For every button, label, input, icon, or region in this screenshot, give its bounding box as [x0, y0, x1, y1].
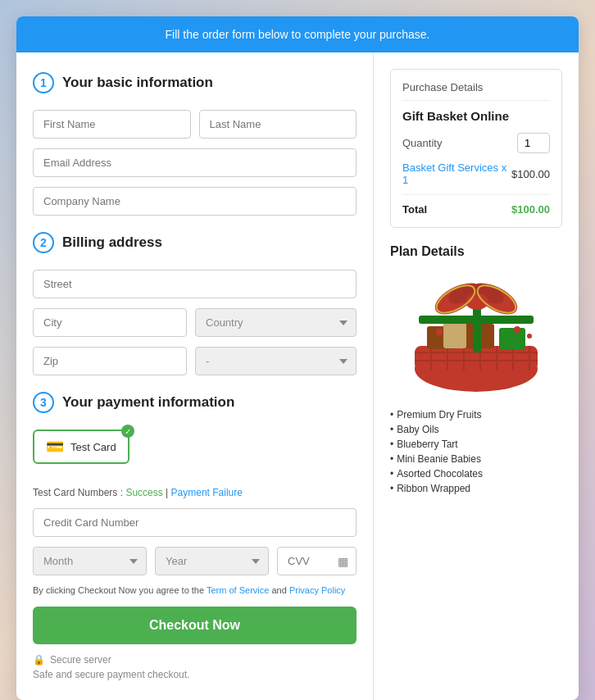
city-country-row: Country: [33, 308, 357, 337]
zip-state-row: -: [33, 347, 357, 375]
selected-check-icon: ✓: [121, 425, 134, 438]
section1-header: 1 Your basic information: [33, 72, 357, 93]
street-input[interactable]: [33, 270, 357, 298]
test-card-info: Test Card Numbers : Success | Payment Fa…: [33, 487, 357, 498]
plan-details-section: Plan Details: [390, 244, 562, 494]
quantity-row: Quantity: [402, 133, 550, 153]
total-label: Total: [402, 203, 427, 216]
svg-point-25: [514, 326, 520, 333]
test-card-method[interactable]: 💳 Test Card ✓: [33, 430, 129, 464]
checkout-button[interactable]: Checkout Now: [33, 607, 357, 644]
company-row: [33, 187, 357, 216]
payment-method-area: 💳 Test Card ✓: [33, 430, 357, 475]
terms-area: By clicking Checkout Now you agree to th…: [33, 585, 357, 595]
year-select[interactable]: Year: [155, 547, 269, 575]
right-panel: Purchase Details Gift Basket Online Quan…: [374, 52, 579, 700]
svg-point-26: [527, 334, 532, 339]
svg-rect-13: [499, 328, 525, 349]
zip-input[interactable]: [33, 347, 187, 375]
cvv-row: Month Year ▦: [33, 547, 357, 575]
terms-prefix: By clicking Checkout Now you agree to th…: [33, 585, 207, 595]
test-card-label: Test Card: [70, 441, 116, 453]
credit-card-row: [33, 508, 357, 537]
secure-note: Safe and secure payment checkout.: [33, 669, 357, 680]
service-row: Basket Gift Services x 1 $100.00: [402, 161, 550, 195]
first-name-input[interactable]: [33, 110, 191, 139]
email-input[interactable]: [33, 148, 357, 177]
lock-icon: 🔒: [33, 654, 45, 666]
company-input[interactable]: [33, 187, 357, 216]
main-card: Fill the order form below to complete yo…: [16, 16, 579, 700]
country-select[interactable]: Country: [195, 308, 357, 337]
plan-details-title: Plan Details: [390, 244, 562, 259]
last-name-input[interactable]: [199, 110, 357, 139]
left-panel: 1 Your basic information 2 Billing addre…: [16, 52, 374, 700]
product-name: Gift Basket Online: [402, 109, 550, 123]
service-label: Basket Gift Services x 1: [402, 161, 511, 186]
section2-title: Billing address: [62, 234, 162, 251]
purchase-box: Purchase Details Gift Basket Online Quan…: [390, 69, 562, 228]
plan-list: Premium Dry FruitsBaby OilsBlueberry Tar…: [390, 409, 562, 494]
month-select[interactable]: Month: [33, 547, 147, 575]
section3-number: 3: [33, 392, 54, 413]
purchase-box-title: Purchase Details: [402, 81, 550, 101]
section2-header: 2 Billing address: [33, 232, 357, 253]
credit-card-input[interactable]: [33, 508, 357, 537]
quantity-label: Quantity: [402, 137, 442, 149]
total-price: $100.00: [511, 203, 550, 216]
test-card-numbers-label: Test Card Numbers :: [33, 487, 123, 498]
secure-info: 🔒 Secure server: [33, 654, 357, 666]
and-text: and: [271, 585, 288, 595]
failure-link[interactable]: Payment Failure: [171, 487, 243, 498]
city-input[interactable]: [33, 308, 187, 337]
success-link[interactable]: Success: [125, 487, 162, 498]
plan-list-item: Blueberry Tart: [390, 439, 562, 450]
email-row: [33, 148, 357, 177]
plan-list-item: Asorted Chocolates: [390, 468, 562, 480]
plan-list-item: Baby Oils: [390, 424, 562, 435]
plan-list-item: Premium Dry Fruits: [390, 409, 562, 420]
plan-list-item: Mini Beanie Babies: [390, 453, 562, 465]
cvv-card-icon: ▦: [338, 555, 348, 568]
terms-link[interactable]: Term of Service: [207, 585, 269, 595]
section3-header: 3 Your payment information: [33, 392, 357, 413]
state-select[interactable]: -: [195, 347, 357, 375]
svg-point-24: [436, 329, 443, 335]
name-row: [33, 110, 357, 139]
secure-label: Secure server: [50, 654, 111, 666]
street-row: [33, 270, 357, 298]
section3-title: Your payment information: [62, 394, 234, 411]
banner-text: Fill the order form below to complete yo…: [166, 28, 430, 41]
header-banner: Fill the order form below to complete yo…: [16, 16, 579, 52]
credit-card-icon: 💳: [46, 438, 64, 456]
basket-image: [402, 270, 550, 398]
privacy-link[interactable]: Privacy Policy: [289, 585, 345, 595]
service-price: $100.00: [511, 168, 550, 180]
section2-number: 2: [33, 232, 54, 253]
svg-rect-14: [443, 320, 466, 348]
cvv-wrap: ▦: [277, 547, 357, 575]
plan-list-item: Ribbon Wrapped: [390, 483, 562, 494]
section1-number: 1: [33, 72, 54, 93]
svg-rect-16: [419, 316, 534, 324]
section1-title: Your basic information: [62, 75, 213, 91]
quantity-input[interactable]: [517, 133, 550, 153]
total-row: Total $100.00: [402, 203, 550, 216]
body-layout: 1 Your basic information 2 Billing addre…: [16, 52, 579, 700]
